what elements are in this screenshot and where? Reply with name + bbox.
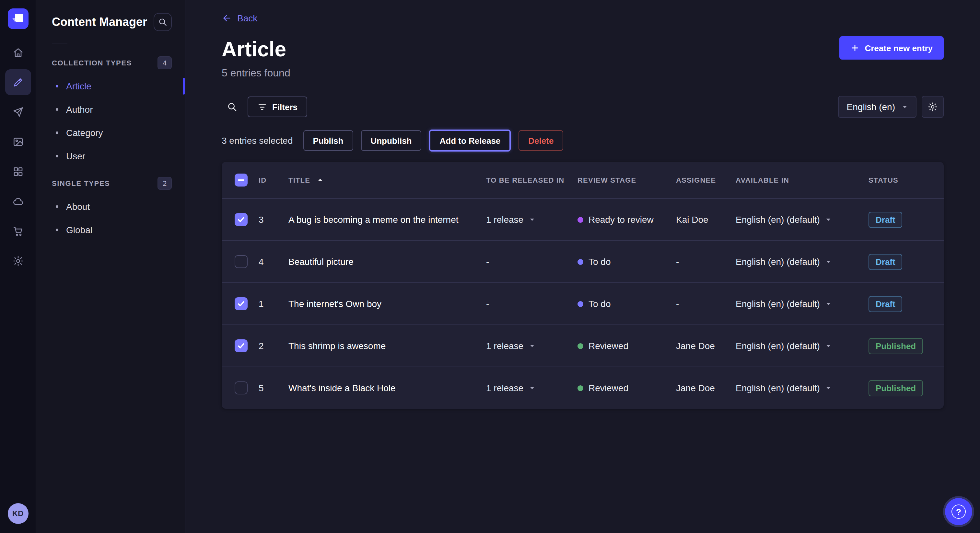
- cell-available-in: English (en) (default): [736, 383, 869, 393]
- sidebar-item-author[interactable]: Author: [36, 98, 185, 121]
- stage-dot-icon: [578, 217, 583, 222]
- release-dropdown[interactable]: 1 release: [486, 214, 535, 225]
- sort-ascending-icon: [317, 177, 323, 183]
- cell-review-stage: To do: [578, 298, 676, 309]
- locale-dropdown[interactable]: English (en) (default): [736, 257, 832, 267]
- bullet-icon: [56, 108, 58, 111]
- stage-dot-icon: [578, 385, 583, 391]
- sidebar-search-button[interactable]: [154, 13, 172, 31]
- row-checkbox[interactable]: [235, 381, 248, 394]
- cell-assignee: Jane Doe: [676, 383, 736, 393]
- sidebar-item-about[interactable]: About: [36, 195, 185, 218]
- chevron-down-icon: [825, 343, 832, 349]
- content-type-builder-icon[interactable]: [5, 159, 31, 185]
- back-link[interactable]: Back: [222, 13, 257, 23]
- cell-status: Draft: [869, 254, 932, 270]
- cell-review-stage: Reviewed: [578, 383, 676, 393]
- status-badge: Published: [869, 380, 923, 396]
- sidebar-item-article[interactable]: Article: [36, 75, 185, 98]
- releases-icon[interactable]: [5, 99, 31, 125]
- cell-title: A bug is becoming a meme on the internet: [288, 214, 486, 225]
- cell-id: 2: [259, 341, 288, 351]
- entries-count: 5 entries found: [222, 67, 290, 79]
- deploy-cloud-icon[interactable]: [5, 189, 31, 214]
- app-window: KD Content Manager COLLECTION TYPES 4 Ar…: [0, 0, 980, 533]
- table-row[interactable]: 5 What's inside a Black Hole 1 release R…: [222, 366, 944, 409]
- settings-icon[interactable]: [5, 248, 31, 274]
- help-button[interactable]: ?: [945, 498, 972, 525]
- release-dropdown[interactable]: 1 release: [486, 341, 535, 351]
- cell-to-be-released-in: 1 release: [486, 383, 578, 393]
- home-icon[interactable]: [5, 40, 31, 65]
- release-dropdown[interactable]: 1 release: [486, 383, 535, 393]
- cell-assignee: Kai Doe: [676, 214, 736, 225]
- cell-to-be-released-in: -: [486, 257, 578, 267]
- strapi-logo[interactable]: [8, 8, 28, 29]
- search-icon: [158, 17, 167, 27]
- create-new-entry-button[interactable]: Create new entry: [839, 36, 944, 60]
- row-checkbox[interactable]: [235, 255, 248, 268]
- check-icon: [237, 342, 245, 350]
- cell-status: Published: [869, 380, 932, 396]
- publish-button[interactable]: Publish: [303, 130, 353, 151]
- cell-to-be-released-in: 1 release: [486, 214, 578, 225]
- content-manager-icon[interactable]: [5, 69, 31, 95]
- table-row[interactable]: 2 This shrimp is awesome 1 release Revie…: [222, 324, 944, 366]
- locale-select[interactable]: English (en): [838, 96, 916, 118]
- sidebar-section: SINGLE TYPES 2 About Global: [36, 176, 185, 241]
- row-checkbox[interactable]: [235, 213, 248, 226]
- cell-assignee: Jane Doe: [676, 341, 736, 351]
- filters-button[interactable]: Filters: [248, 97, 307, 117]
- locale-dropdown[interactable]: English (en) (default): [736, 298, 832, 309]
- back-label: Back: [237, 13, 257, 23]
- cell-title: What's inside a Black Hole: [288, 383, 486, 393]
- divider: [52, 43, 67, 43]
- cell-title: The internet's Own boy: [288, 298, 486, 309]
- chevron-down-icon: [825, 300, 832, 307]
- select-all-checkbox[interactable]: [235, 174, 248, 187]
- locale-dropdown[interactable]: English (en) (default): [736, 214, 832, 225]
- column-header-release: TO BE RELEASED IN: [486, 176, 578, 184]
- sidebar-item-category[interactable]: Category: [36, 121, 185, 144]
- status-badge: Draft: [869, 296, 902, 312]
- add-to-release-button[interactable]: Add to Release: [429, 130, 511, 152]
- table-body: 3 A bug is becoming a meme on the intern…: [222, 198, 944, 409]
- cell-to-be-released-in: -: [486, 298, 578, 309]
- chevron-down-icon: [825, 385, 832, 391]
- sidebar-item-global[interactable]: Global: [36, 218, 185, 241]
- cell-title: This shrimp is awesome: [288, 341, 486, 351]
- column-header-title[interactable]: TITLE: [288, 176, 486, 184]
- row-checkbox[interactable]: [235, 297, 248, 310]
- locale-dropdown[interactable]: English (en) (default): [736, 341, 832, 351]
- table-row[interactable]: 4 Beautiful picture - To do - English (e…: [222, 240, 944, 282]
- row-checkbox[interactable]: [235, 339, 248, 352]
- media-library-icon[interactable]: [5, 129, 31, 155]
- question-mark-icon: ?: [951, 504, 966, 519]
- table-row[interactable]: 3 A bug is becoming a meme on the intern…: [222, 198, 944, 240]
- user-avatar[interactable]: KD: [8, 503, 28, 524]
- main-content: Back Article 5 entries found Create new …: [185, 0, 980, 533]
- delete-button[interactable]: Delete: [519, 130, 563, 151]
- sidebar-item-user[interactable]: User: [36, 144, 185, 168]
- column-header-available-in: AVAILABLE IN: [736, 176, 869, 184]
- selection-count: 3 entries selected: [222, 135, 293, 146]
- sidebar-title: Content Manager: [52, 15, 147, 29]
- marketplace-icon[interactable]: [5, 218, 31, 244]
- view-settings-button[interactable]: [922, 96, 944, 118]
- chevron-down-icon: [902, 104, 908, 110]
- chevron-down-icon: [825, 259, 832, 265]
- selection-bar: 3 entries selected Publish Unpublish Add…: [222, 130, 944, 152]
- section-label: SINGLE TYPES: [52, 179, 110, 187]
- locale-dropdown[interactable]: English (en) (default): [736, 383, 832, 393]
- check-icon: [237, 216, 245, 224]
- chevron-down-icon: [528, 385, 535, 391]
- cell-review-stage: To do: [578, 257, 676, 267]
- bullet-icon: [56, 228, 58, 231]
- unpublish-button[interactable]: Unpublish: [361, 130, 421, 151]
- search-button[interactable]: [222, 97, 242, 117]
- cell-assignee: -: [676, 257, 736, 267]
- table-row[interactable]: 1 The internet's Own boy - To do - Engli…: [222, 282, 944, 324]
- status-badge: Draft: [869, 211, 902, 228]
- cell-id: 1: [259, 298, 288, 309]
- check-icon: [237, 300, 245, 308]
